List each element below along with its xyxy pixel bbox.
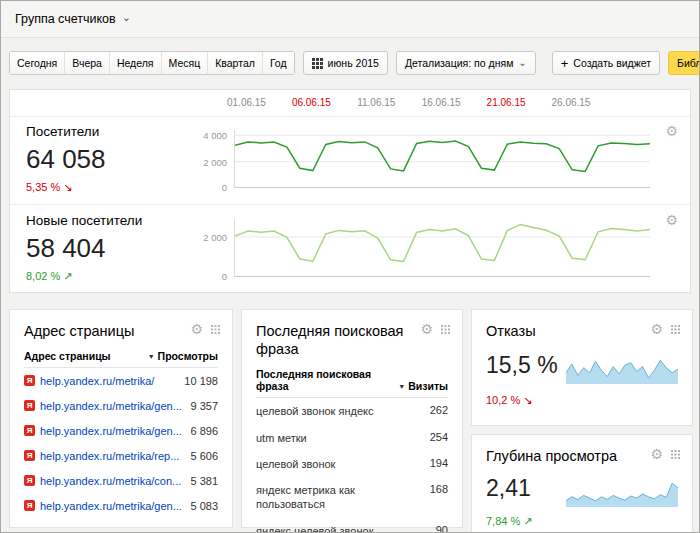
visitors-value: 64 058 (26, 144, 106, 175)
site-favicon-icon: Я (24, 475, 35, 486)
new-visitors-value: 58 404 (26, 233, 142, 264)
visitors-chart-svg (235, 130, 650, 188)
site-favicon-icon: Я (24, 500, 35, 511)
counter-group-label: Группа счетчиков (15, 12, 116, 26)
visits-value: 194 (420, 457, 448, 469)
timeline-dates: 01.06.15 06.06.15 11.06.15 16.06.15 21.0… (10, 90, 690, 117)
table-row: целевой звонок 194 (256, 451, 448, 477)
table-row: яндекс метрика как пользоваться 168 (256, 477, 448, 518)
page-url-link[interactable]: help.yandex.ru/metrika/gen... (40, 425, 184, 437)
period-yesterday-button[interactable]: Вчера (64, 52, 109, 74)
bounces-delta: 10,2 % ↘ (486, 394, 533, 407)
traffic-chart-card: 01.06.15 06.06.15 11.06.15 16.06.15 21.0… (9, 89, 691, 293)
drag-handle-icon[interactable] (671, 325, 680, 334)
drag-handle-icon[interactable] (671, 450, 680, 459)
y-axis-tick: 0 (222, 271, 227, 282)
page-url-link[interactable]: help.yandex.ru/metrika/con... (40, 475, 184, 487)
column-header-value[interactable]: ▼ Просмотры (148, 350, 218, 362)
widget-library-button[interactable]: Библиотека виджетов (668, 51, 700, 75)
top-bar: Группа счетчиков ⌄ (1, 1, 699, 38)
search-phrase-widget: Последняя поисковая фраза ⚙ Последняя по… (241, 309, 463, 528)
site-favicon-icon: Я (24, 450, 35, 461)
bounces-widget: Отказы ⚙ 15,5 % 10,2 % ↘ (471, 309, 693, 426)
search-phrase: целевой звонок (256, 457, 420, 471)
bounces-sparkline (566, 354, 678, 388)
depth-sparkline (566, 477, 678, 511)
page-url-link[interactable]: help.yandex.ru/metrika/gen... (40, 500, 184, 512)
chevron-down-icon: ⌄ (518, 57, 526, 68)
y-axis-tick: 4 000 (203, 130, 227, 141)
period-quarter-button[interactable]: Квартал (207, 52, 262, 74)
chevron-down-icon: ⌄ (122, 11, 131, 24)
visitors-line-chart[interactable]: 4 000 2 000 0 (234, 130, 650, 188)
table-row: Я help.yandex.ru/metrika/ 10 198 (24, 368, 218, 393)
page-views-value: 5 083 (184, 500, 218, 512)
period-segmented-control: Сегодня Вчера Неделя Месяц Квартал Год (9, 51, 295, 75)
column-header-name[interactable]: Адрес страницы (24, 350, 111, 362)
gear-icon[interactable]: ⚙ (420, 322, 433, 336)
page-views-value: 5 381 (184, 475, 218, 487)
search-phrase: целевой звонок яндекс (256, 404, 420, 418)
page-url-link[interactable]: help.yandex.ru/metrika/ (40, 375, 178, 387)
date-label: 21.06.15 (487, 97, 526, 108)
site-favicon-icon: Я (24, 375, 35, 386)
bounces-value: 15,5 % (486, 352, 558, 379)
sort-desc-icon: ▼ (148, 353, 155, 360)
site-favicon-icon: Я (24, 400, 35, 411)
new-visitors-title: Новые посетители (26, 213, 142, 228)
depth-value: 2,41 (486, 475, 531, 502)
calendar-label: июнь 2015 (328, 57, 379, 69)
column-header-name[interactable]: Последняя поисковая фраза (256, 368, 386, 392)
visits-value: 254 (420, 431, 448, 443)
table-row: яндекс целевой звонок 90 (256, 518, 448, 533)
period-year-button[interactable]: Год (262, 52, 294, 74)
gear-icon[interactable]: ⚙ (650, 447, 663, 461)
page-url-link[interactable]: help.yandex.ru/metrika/gen... (40, 400, 184, 412)
depth-delta: 7,84 % ↗ (486, 515, 533, 528)
page-url-link[interactable]: help.yandex.ru/metrika/rep... (40, 450, 184, 462)
page-depth-widget: Глубина просмотра ⚙ 2,41 7,84 % ↗ (471, 434, 693, 533)
column-header-value[interactable]: ▼ Визиты (398, 380, 448, 392)
period-today-button[interactable]: Сегодня (10, 52, 64, 74)
y-axis-tick: 2 000 (203, 232, 227, 243)
trend-up-icon: ↗ (63, 270, 72, 282)
create-widget-button[interactable]: + Создать виджет (552, 51, 660, 75)
gear-icon[interactable]: ⚙ (665, 213, 678, 227)
page-views-value: 9 357 (184, 400, 218, 412)
granularity-dropdown[interactable]: Детализация: по дням ⌄ (396, 51, 536, 75)
visits-value: 262 (420, 404, 448, 416)
table-row: целевой звонок яндекс 262 (256, 398, 448, 424)
date-label: 11.06.15 (357, 97, 395, 108)
granularity-label: Детализация: по дням (405, 57, 513, 69)
gear-icon[interactable]: ⚙ (665, 124, 678, 138)
page-address-widget: Адрес страницы ⚙ Адрес страницы ▼ Просмо… (9, 309, 233, 528)
table-row: utm метки 254 (256, 425, 448, 451)
table-row: Я help.yandex.ru/metrika/rep... 5 606 (24, 443, 218, 468)
search-phrase: яндекс целевой звонок (256, 524, 426, 533)
new-visitors-line-chart[interactable]: 2 000 0 (234, 219, 650, 277)
date-label: 06.06.15 (292, 97, 331, 108)
visitors-section: Посетители 64 058 5,35 % ↘ 4 000 2 000 0… (10, 116, 690, 204)
site-favicon-icon: Я (24, 425, 35, 436)
period-month-button[interactable]: Месяц (161, 52, 208, 74)
trend-down-icon: ↘ (63, 181, 72, 193)
visitors-title: Посетители (26, 124, 106, 139)
gear-icon[interactable]: ⚙ (190, 322, 203, 336)
period-week-button[interactable]: Неделя (109, 52, 161, 74)
y-axis-tick: 2 000 (203, 157, 227, 168)
calendar-icon (312, 58, 323, 69)
toolbar: Сегодня Вчера Неделя Месяц Квартал Год и… (9, 51, 691, 75)
counter-group-selector[interactable]: Группа счетчиков ⌄ (15, 1, 131, 37)
new-visitors-chart-svg (235, 219, 650, 277)
table-row: Я help.yandex.ru/metrika/gen... 6 896 (24, 418, 218, 443)
drag-handle-icon[interactable] (211, 325, 220, 334)
visits-value: 168 (420, 483, 448, 495)
create-widget-label: Создать виджет (573, 57, 651, 69)
calendar-button[interactable]: июнь 2015 (303, 51, 388, 75)
new-visitors-delta: 8,02 % ↗ (26, 270, 142, 283)
date-label: 16.06.15 (422, 97, 461, 108)
new-visitors-section: Новые посетители 58 404 8,02 % ↗ 2 000 0… (10, 204, 690, 293)
gear-icon[interactable]: ⚙ (650, 322, 663, 336)
drag-handle-icon[interactable] (441, 325, 450, 334)
sort-desc-icon: ▼ (398, 383, 405, 390)
